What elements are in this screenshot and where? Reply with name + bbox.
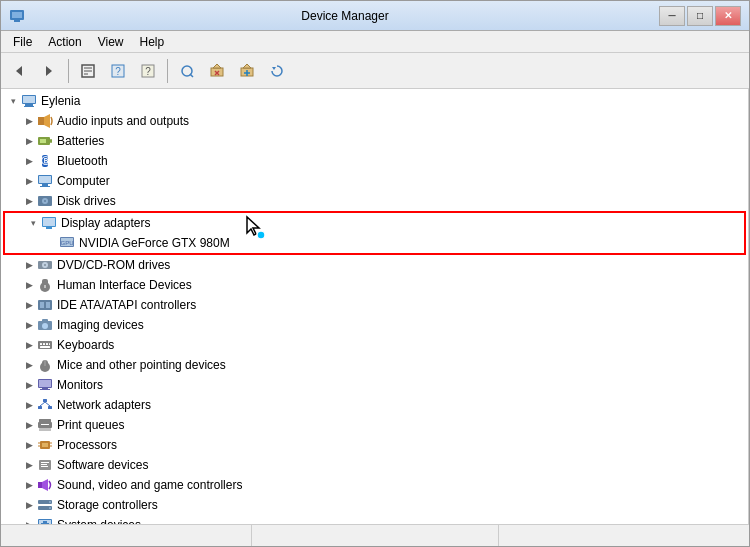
bluetooth-icon: Ⓑ	[37, 153, 53, 169]
svg-rect-36	[39, 176, 51, 183]
tree-item-software[interactable]: ▶ Software devices	[1, 455, 748, 475]
display-label: Display adapters	[61, 216, 150, 230]
tree-item-audio[interactable]: ▶ Audio inputs and outputs	[1, 111, 748, 131]
tree-item-mice[interactable]: ▶ Mice and other pointing devices	[1, 355, 748, 375]
svg-marker-3	[16, 66, 22, 76]
scan-button[interactable]	[173, 57, 201, 85]
tree-item-display[interactable]: ▾ Display adapters	[5, 213, 744, 233]
tree-item-print[interactable]: ▶ Print queues	[1, 415, 748, 435]
tree-item-bluetooth[interactable]: ▶ Ⓑ Bluetooth	[1, 151, 748, 171]
imaging-expand[interactable]: ▶	[21, 317, 37, 333]
app-icon	[9, 8, 25, 24]
svg-marker-16	[213, 64, 221, 68]
menu-action[interactable]: Action	[40, 33, 89, 51]
hid-expand[interactable]: ▶	[21, 277, 37, 293]
network-label: Network adapters	[57, 398, 151, 412]
tree-item-imaging[interactable]: ▶ Imaging devices	[1, 315, 748, 335]
tree-item-disk[interactable]: ▶ Disk drives	[1, 191, 748, 211]
tree-item-storage[interactable]: ▶ Storage controllers	[1, 495, 748, 515]
monitors-expand[interactable]: ▶	[21, 377, 37, 393]
tree-root[interactable]: ▾ Eylenia	[1, 91, 748, 111]
print-label: Print queues	[57, 418, 124, 432]
disk-expand[interactable]: ▶	[21, 193, 37, 209]
menu-help[interactable]: Help	[132, 33, 173, 51]
svg-rect-64	[49, 343, 50, 345]
keyboards-expand[interactable]: ▶	[21, 337, 37, 353]
ide-expand[interactable]: ▶	[21, 297, 37, 313]
tree-item-nvidia[interactable]: GPU NVIDIA GeForce GTX 980M	[5, 233, 744, 253]
svg-rect-63	[46, 343, 48, 345]
tree-item-processors[interactable]: ▶ Processors	[1, 435, 748, 455]
back-button[interactable]	[5, 57, 33, 85]
software-expand[interactable]: ▶	[21, 457, 37, 473]
svg-rect-72	[40, 389, 50, 390]
batteries-expand[interactable]: ▶	[21, 133, 37, 149]
mice-expand[interactable]: ▶	[21, 357, 37, 373]
computer-expand[interactable]: ▶	[21, 173, 37, 189]
menu-file[interactable]: File	[5, 33, 40, 51]
dvd-label: DVD/CD-ROM drives	[57, 258, 170, 272]
help-button[interactable]: ?	[134, 57, 162, 85]
svg-text:Ⓑ: Ⓑ	[41, 156, 51, 166]
window-title: Device Manager	[31, 9, 659, 23]
device-tree[interactable]: ▾ Eylenia ▶	[1, 89, 749, 524]
svg-line-76	[40, 402, 45, 406]
batteries-icon	[37, 133, 53, 149]
svg-rect-65	[40, 346, 50, 348]
print-expand[interactable]: ▶	[21, 417, 37, 433]
tree-item-monitors[interactable]: ▶ Monitors	[1, 375, 748, 395]
print-icon	[37, 417, 53, 433]
svg-rect-1	[12, 12, 22, 18]
root-expand[interactable]: ▾	[5, 93, 21, 109]
svg-marker-29	[44, 114, 50, 128]
svg-rect-78	[39, 419, 51, 422]
tree-item-computer[interactable]: ▶ Computer	[1, 171, 748, 191]
refresh-button[interactable]	[263, 57, 291, 85]
tree-item-batteries[interactable]: ▶ Batteries	[1, 131, 748, 151]
nvidia-label: NVIDIA GeForce GTX 980M	[79, 236, 230, 250]
display-expand[interactable]: ▾	[25, 215, 41, 231]
svg-rect-38	[40, 186, 50, 187]
tree-item-dvd[interactable]: ▶ DVD/CD-ROM drives	[1, 255, 748, 275]
computer-tree-icon	[37, 173, 53, 189]
tree-item-system[interactable]: ▶ System devices	[1, 515, 748, 524]
batteries-label: Batteries	[57, 134, 104, 148]
minimize-button[interactable]: ─	[659, 6, 685, 26]
tree-item-sound[interactable]: ▶ Sound, video and game controllers	[1, 475, 748, 495]
tree-item-hid[interactable]: ▶ Human Interface Devices	[1, 275, 748, 295]
audio-expand[interactable]: ▶	[21, 113, 37, 129]
svg-rect-70	[39, 380, 51, 387]
tree-item-network[interactable]: ▶ Network adapters	[1, 395, 748, 415]
properties-button[interactable]	[74, 57, 102, 85]
svg-rect-81	[41, 424, 49, 425]
display-icon	[41, 215, 57, 231]
svg-marker-4	[46, 66, 52, 76]
sound-expand[interactable]: ▶	[21, 477, 37, 493]
tree-item-keyboards[interactable]: ▶ Keyboards	[1, 335, 748, 355]
software-label: Software devices	[57, 458, 148, 472]
audio-icon	[37, 113, 53, 129]
monitors-icon	[37, 377, 53, 393]
svg-rect-75	[48, 406, 52, 409]
storage-expand[interactable]: ▶	[21, 497, 37, 513]
menu-view[interactable]: View	[90, 33, 132, 51]
svg-point-41	[44, 200, 46, 202]
svg-point-97	[49, 507, 51, 509]
svg-rect-71	[42, 388, 48, 389]
remove-button[interactable]	[203, 57, 231, 85]
bluetooth-expand[interactable]: ▶	[21, 153, 37, 169]
forward-button[interactable]	[35, 57, 63, 85]
add-button[interactable]	[233, 57, 261, 85]
keyboards-label: Keyboards	[57, 338, 114, 352]
dvd-expand[interactable]: ▶	[21, 257, 37, 273]
close-button[interactable]: ✕	[715, 6, 741, 26]
tree-item-ide[interactable]: ▶ IDE ATA/ATAPI controllers	[1, 295, 748, 315]
processors-expand[interactable]: ▶	[21, 437, 37, 453]
network-expand[interactable]: ▶	[21, 397, 37, 413]
maximize-button[interactable]: □	[687, 6, 713, 26]
display-adapters-group: ▾ Display adapters	[3, 211, 746, 255]
status-text	[5, 525, 252, 546]
bluetooth-label: Bluetooth	[57, 154, 108, 168]
update-button[interactable]: ?	[104, 57, 132, 85]
system-expand[interactable]: ▶	[21, 517, 37, 524]
